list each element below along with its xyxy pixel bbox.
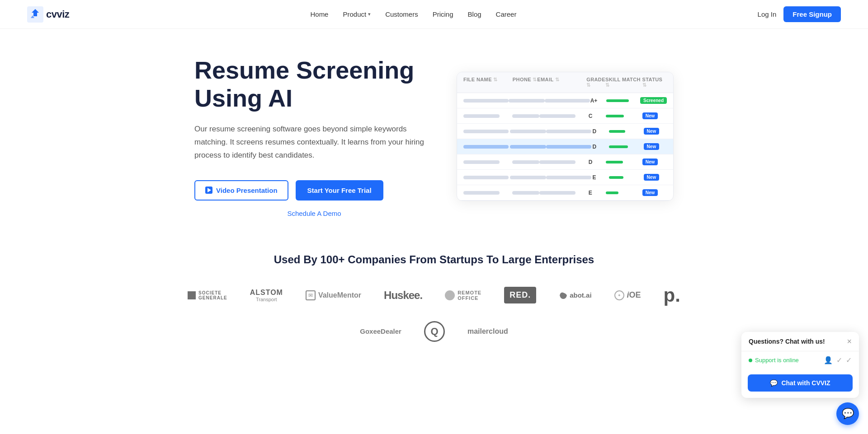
person-icon: 👤 — [824, 356, 833, 364]
login-link[interactable]: Log In — [758, 10, 777, 18]
table-row: E New — [457, 170, 673, 185]
company-logo-p: p. — [664, 284, 680, 307]
company-logo-mailercloud: mailercloud — [467, 320, 508, 343]
table-row: D New — [457, 139, 673, 154]
col-phone: Phone ⇅ — [513, 77, 537, 88]
nav-blog[interactable]: Blog — [468, 10, 481, 18]
company-logo-ioe: ✦ iOE — [614, 284, 641, 307]
nav-product[interactable]: Product ▾ — [343, 10, 371, 18]
col-status: Status ⇅ — [642, 77, 667, 88]
logo-text: cvviz — [46, 9, 69, 20]
chat-header-icons: 👤 ✓ ✓ — [824, 356, 852, 364]
col-filename: File Name ⇅ — [463, 77, 513, 88]
chat-widget-header: Questions? Chat with us! × — [741, 332, 859, 351]
company-logo-remoteoffice: REMOTE OFFICE — [445, 284, 481, 307]
table-header: File Name ⇅ Phone ⇅ Email ⇅ Grade ⇅ Skil… — [457, 72, 673, 93]
company-logo-alstom: ALSTOM Transport — [250, 284, 283, 307]
col-skill: Skill Match ⇅ — [605, 77, 642, 88]
nav-home[interactable]: Home — [310, 10, 328, 18]
hero-visual: File Name ⇅ Phone ⇅ Email ⇅ Grade ⇅ Skil… — [457, 72, 674, 201]
logo-icon — [27, 6, 43, 23]
nav-pricing[interactable]: Pricing — [433, 10, 453, 18]
company-logo-abotai: abot.ai — [559, 284, 591, 307]
hero-title: Resume Screening Using AI — [194, 56, 429, 112]
chat-status-text: Support is online — [755, 357, 799, 364]
companies-section: Used By 100+ Companies From Startups To … — [140, 235, 728, 370]
table-row: C New — [457, 108, 673, 124]
nav-actions: Log In Free Signup — [758, 6, 841, 22]
free-trial-button[interactable]: Start Your Free Trial — [296, 180, 383, 201]
hero-section: Resume Screening Using AI Our resume scr… — [140, 29, 728, 235]
play-icon — [205, 187, 212, 194]
table-row: D New — [457, 154, 673, 170]
table-row: A+ Screened — [457, 93, 673, 108]
schedule-demo-link[interactable]: Schedule A Demo — [199, 210, 429, 217]
company-logo-huskee: Huskee. — [384, 284, 422, 307]
chat-close-button[interactable]: × — [847, 337, 852, 345]
double-check-icon: ✓ — [846, 356, 852, 364]
company-logo-q: Q — [424, 320, 445, 343]
hero-buttons: Video Presentation Start Your Free Trial — [194, 180, 429, 201]
nav-customers[interactable]: Customers — [385, 10, 418, 18]
company-logo-goxeedealer: GoxeeDealer — [360, 320, 401, 343]
check-icon: ✓ — [836, 356, 842, 364]
table-row: E New — [457, 185, 673, 201]
hero-description: Our resume screening software goes beyon… — [194, 123, 429, 162]
nav-career[interactable]: Career — [496, 10, 517, 18]
nav-links: Home Product ▾ Customers Pricing Blog Ca… — [310, 10, 516, 19]
companies-title: Used By 100+ Companies From Startups To … — [176, 253, 692, 266]
companies-logos-grid: SOCIETE GENERALE ALSTOM Transport ✉ Valu… — [176, 284, 692, 343]
company-logo-red: RED. — [504, 284, 536, 307]
table-row: D New — [457, 124, 673, 139]
chat-widget: Questions? Chat with us! × Support is on… — [741, 332, 859, 370]
hero-content: Resume Screening Using AI Our resume scr… — [194, 56, 429, 217]
chat-widget-title: Questions? Chat with us! — [749, 338, 825, 345]
company-logo-societe: SOCIETE GENERALE — [188, 284, 227, 307]
chevron-down-icon: ▾ — [368, 11, 371, 17]
resume-table-mockup: File Name ⇅ Phone ⇅ Email ⇅ Grade ⇅ Skil… — [457, 72, 674, 201]
col-email: Email ⇅ — [537, 77, 586, 88]
navbar: cvviz Home Product ▾ Customers Pricing B… — [0, 0, 868, 29]
online-indicator — [749, 359, 752, 362]
signup-button[interactable]: Free Signup — [783, 6, 841, 22]
col-grade: Grade ⇅ — [586, 77, 605, 88]
logo-link[interactable]: cvviz — [27, 6, 69, 23]
chat-status-bar: Support is online 👤 ✓ ✓ — [741, 351, 859, 369]
company-logo-valuementor: ✉ ValueMentor — [306, 284, 361, 307]
video-presentation-button[interactable]: Video Presentation — [194, 180, 288, 201]
